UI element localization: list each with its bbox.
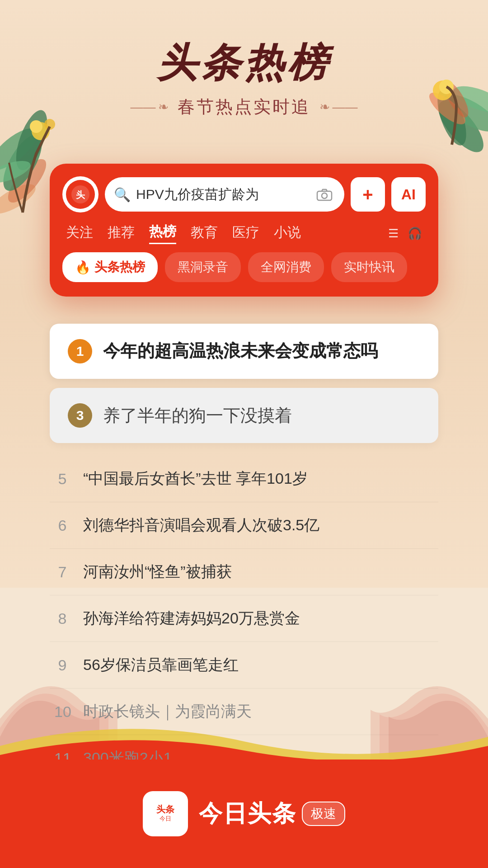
tab-follow[interactable]: 关注 <box>66 223 93 244</box>
rank-num-9: 9 <box>54 656 70 674</box>
page-subtitle: 春节热点实时追 <box>178 95 310 118</box>
item-text-3: 养了半年的狗一下没摸着 <box>103 404 292 427</box>
item-text-9: 56岁保洁员靠画笔走红 <box>83 655 239 675</box>
footer-logo: 头条 今日 <box>143 791 188 836</box>
list-item-7[interactable]: 7 河南汝州“怪鱼”被捕获 <box>50 549 438 595</box>
list-item-6[interactable]: 6 刘德华抖音演唱会观看人次破3.5亿 <box>50 502 438 549</box>
rank-num-6: 6 <box>54 517 70 534</box>
list-item-5[interactable]: 5 “中国最后女酋长”去世 享年101岁 <box>50 456 438 502</box>
camera-button[interactable] <box>314 184 335 205</box>
search-bar[interactable]: 🔍 HPV九价疫苗扩龄为 <box>105 177 344 212</box>
search-placeholder-text: HPV九价疫苗扩龄为 <box>136 185 308 204</box>
item-text-6: 刘德华抖音演唱会观看人次破3.5亿 <box>83 515 319 536</box>
headphone-icon[interactable]: 🎧 <box>408 226 422 241</box>
header-section: 头条热榜 —— ❧ 春节热点实时追 ❧ —— <box>130 36 357 118</box>
tab-novel[interactable]: 小说 <box>274 223 301 244</box>
ai-button[interactable]: AI <box>391 177 426 212</box>
plus-button[interactable]: + <box>351 177 385 212</box>
fire-icon: 🔥 <box>75 260 91 275</box>
app-logo-inner: 头 <box>66 180 95 209</box>
rank-badge-1: 1 <box>68 339 92 363</box>
list-item-9[interactable]: 9 56岁保洁员靠画笔走红 <box>50 642 438 689</box>
tab-recommend[interactable]: 推荐 <box>108 223 135 244</box>
tab-medical[interactable]: 医疗 <box>232 223 259 244</box>
item-text-7: 河南汝州“怪鱼”被捕获 <box>83 561 232 582</box>
cat-tab-news[interactable]: 实时快讯 <box>331 252 407 282</box>
list-item-8[interactable]: 8 孙海洋给符建涛妈妈20万悬赏金 <box>50 595 438 642</box>
cat-tab-blackhole[interactable]: 黑洞录音 <box>165 252 241 282</box>
hamburger-icon[interactable]: ☰ <box>388 226 399 241</box>
item-text-5: “中国最后女酋长”去世 享年101岁 <box>83 468 308 489</box>
rank-num-10: 10 <box>54 703 70 721</box>
cat-tab-consumption[interactable]: 全网消费 <box>248 252 324 282</box>
item-text-10: 时政长镜头｜为霞尚满天 <box>83 701 252 722</box>
list-item-10[interactable]: 10 时政长镜头｜为霞尚满天 <box>50 689 438 735</box>
deco-right: ❧ —— <box>319 99 358 114</box>
rank-num-7: 7 <box>54 563 70 581</box>
nav-tabs: 关注 推荐 热榜 教育 医疗 小说 ☰ 🎧 <box>62 222 426 244</box>
rank-num-8: 8 <box>54 610 70 627</box>
page-main-title: 头条热榜 <box>130 36 357 90</box>
deco-left: —— ❧ <box>130 99 169 114</box>
search-row: 头 🔍 HPV九价疫苗扩龄为 + AI <box>62 176 426 212</box>
app-card: 头 🔍 HPV九价疫苗扩龄为 + AI 关注 <box>50 164 438 297</box>
nav-more-area: ☰ 🎧 <box>388 226 422 241</box>
cat-tab-hot[interactable]: 🔥 头条热榜 <box>62 252 158 282</box>
app-logo: 头 <box>62 176 99 212</box>
svg-point-20 <box>322 193 327 198</box>
rank-badge-3: 3 <box>68 403 92 428</box>
list-item-3[interactable]: 3 养了半年的狗一下没摸着 <box>50 388 438 443</box>
tab-hot[interactable]: 热榜 <box>149 222 176 244</box>
list-item-1[interactable]: 1 今年的超高温热浪未来会变成常态吗 <box>50 324 438 379</box>
category-tabs: 🔥 头条热榜 黑洞录音 全网消费 实时快讯 <box>62 252 426 282</box>
footer-badge: 极速 <box>302 802 345 826</box>
item-text-1: 今年的超高温热浪未来会变成常态吗 <box>103 340 378 362</box>
search-icon: 🔍 <box>114 187 131 203</box>
item-text-8: 孙海洋给符建涛妈妈20万悬赏金 <box>83 608 300 629</box>
footer: 头条 今日 今日头条 极速 <box>0 760 488 868</box>
footer-app-name: 今日头条 <box>199 798 296 830</box>
rank-num-5: 5 <box>54 470 70 488</box>
svg-text:头: 头 <box>75 190 85 200</box>
tab-education[interactable]: 教育 <box>191 223 218 244</box>
list-panel: 1 今年的超高温热浪未来会变成常态吗 3 养了半年的狗一下没摸着 5 “中国最后… <box>50 324 438 782</box>
